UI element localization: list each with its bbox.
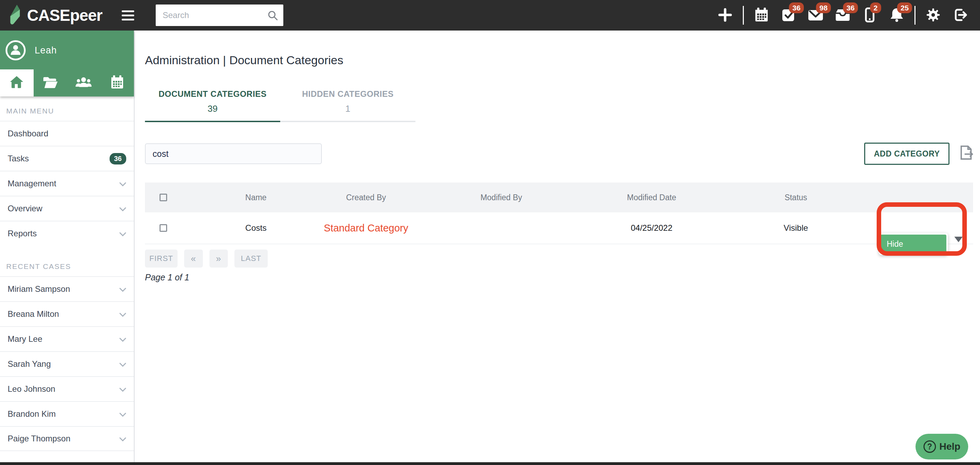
sidebar-item-dashboard[interactable]: Dashboard <box>0 121 134 146</box>
case-name: Breana Milton <box>8 309 59 319</box>
row-checkbox[interactable] <box>159 224 167 232</box>
sidebar-item-reports[interactable]: Reports <box>0 221 134 246</box>
recent-cases-label: RECENT CASES <box>0 246 134 276</box>
tab-underline <box>145 121 280 122</box>
sidebar-case-item[interactable]: Miriam Sampson <box>0 276 134 301</box>
hide-button-wrapper: Hide <box>879 233 948 255</box>
categories-table: Name Created By Modified By Modified Dat… <box>145 182 973 244</box>
sidebar-item-tasks[interactable]: Tasks 36 <box>0 146 134 171</box>
pagination-first-button[interactable]: FIRST <box>145 249 178 268</box>
sidebar-icon-tabs <box>0 69 134 96</box>
tasks-button[interactable]: 36 <box>779 5 798 26</box>
home-icon <box>9 75 25 91</box>
add-category-button[interactable]: ADD CATEGORY <box>864 143 950 165</box>
mail-button[interactable]: 98 <box>806 5 825 26</box>
search-input[interactable] <box>156 5 283 26</box>
sidebar-tab-home[interactable] <box>0 69 33 96</box>
chevron-down-icon <box>119 334 126 344</box>
sidebar-case-item[interactable]: Breana Milton <box>0 301 134 326</box>
export-icon <box>958 158 975 163</box>
chevron-down-icon <box>119 359 126 369</box>
sidebar-case-item[interactable]: Sarah Yang <box>0 351 134 376</box>
tab-count: 1 <box>280 104 415 113</box>
sidebar-case-item[interactable]: Paige Thompson <box>0 426 134 451</box>
gear-icon <box>926 7 941 24</box>
content-tabs: DOCUMENT CATEGORIES 39 HIDDEN CATEGORIES… <box>145 89 415 122</box>
folder-icon <box>42 75 59 91</box>
chevron-down-icon <box>119 204 126 213</box>
cell-name: Costs <box>207 223 304 233</box>
pagination-next-button[interactable]: » <box>210 249 228 268</box>
people-icon <box>75 75 92 91</box>
menu-item-label: Overview <box>8 204 42 213</box>
logout-icon <box>953 7 968 24</box>
action-dropdown-caret[interactable] <box>955 236 963 242</box>
brand-logo[interactable]: CASEpeer <box>8 4 102 27</box>
chevron-down-icon <box>119 179 126 189</box>
page-info: Page 1 of 1 <box>145 272 189 283</box>
header-modified-by: Modified By <box>428 193 575 202</box>
sidebar-case-item[interactable]: Leo Johnson <box>0 376 134 401</box>
sidebar-tab-contacts[interactable] <box>67 69 100 96</box>
avatar[interactable] <box>6 40 25 61</box>
chevron-down-icon <box>119 284 126 294</box>
brand-name: CASEpeer <box>27 6 102 25</box>
topbar: CASEpeer <box>0 0 980 30</box>
settings-button[interactable] <box>924 5 943 26</box>
sidebar-case-item[interactable]: Brandon Kim <box>0 401 134 426</box>
topbar-search <box>156 5 283 26</box>
tab-hidden-categories[interactable]: HIDDEN CATEGORIES 1 <box>280 89 415 122</box>
pagination-prev-button[interactable]: « <box>184 249 203 268</box>
intake-badge: 36 <box>843 2 858 13</box>
case-name: Sarah Yang <box>8 359 51 369</box>
main-content: Administration | Document Categories DOC… <box>135 30 980 465</box>
sidebar-item-management[interactable]: Management <box>0 171 134 196</box>
intake-button[interactable]: 36 <box>833 5 852 26</box>
menu-item-label: Management <box>8 179 56 189</box>
topbar-divider <box>915 6 915 25</box>
logout-button[interactable] <box>951 5 970 26</box>
app-root: CASEpeer <box>0 0 980 465</box>
tab-label: HIDDEN CATEGORIES <box>280 89 415 99</box>
tasks-badge: 36 <box>789 2 804 13</box>
topbar-actions: 36 98 36 2 25 <box>716 5 970 26</box>
case-name: Brandon Kim <box>8 409 56 419</box>
quick-add-button[interactable] <box>716 5 735 26</box>
menu-item-label: Dashboard <box>8 129 48 139</box>
export-button[interactable] <box>957 144 976 163</box>
calendar-icon <box>754 7 769 24</box>
user-icon <box>8 42 23 58</box>
cell-modified-date: 04/25/2022 <box>575 223 728 233</box>
topbar-divider <box>743 6 744 25</box>
chevron-down-icon <box>119 409 126 419</box>
pagination: FIRST « » LAST <box>145 249 268 268</box>
header-status: Status <box>728 193 864 202</box>
case-name: Leo Johnson <box>8 384 55 394</box>
sidebar-case-item[interactable]: Mary Lee <box>0 326 134 351</box>
pagination-last-button[interactable]: LAST <box>234 249 268 268</box>
header-created-by: Created By <box>304 193 428 202</box>
sidebar-item-overview[interactable]: Overview <box>0 196 134 221</box>
tasks-count-badge: 36 <box>110 153 126 165</box>
phone-badge: 2 <box>870 2 881 13</box>
question-mark-icon: ? <box>923 440 936 453</box>
help-button[interactable]: ? Help <box>915 434 968 459</box>
tab-document-categories[interactable]: DOCUMENT CATEGORIES 39 <box>145 89 280 122</box>
calendar-icon <box>110 75 124 91</box>
phone-button[interactable]: 2 <box>861 5 879 26</box>
cell-status: Visible <box>728 223 864 233</box>
tab-count: 39 <box>145 104 280 113</box>
category-filter-input[interactable] <box>145 143 322 164</box>
sidebar-tab-cases[interactable] <box>33 69 67 96</box>
header-modified-date: Modified Date <box>575 193 728 202</box>
hamburger-menu-button[interactable] <box>122 10 134 21</box>
select-all-checkbox[interactable] <box>159 193 167 201</box>
bottom-bar <box>0 462 980 465</box>
calendar-button[interactable] <box>752 5 771 26</box>
notifications-button[interactable]: 25 <box>888 5 906 26</box>
case-name: Miriam Sampson <box>8 284 70 294</box>
menu-item-label: Reports <box>8 229 37 238</box>
sidebar-tab-calendar[interactable] <box>100 69 134 96</box>
hide-button[interactable]: Hide <box>880 235 947 253</box>
menu-item-label: Tasks <box>8 154 29 163</box>
